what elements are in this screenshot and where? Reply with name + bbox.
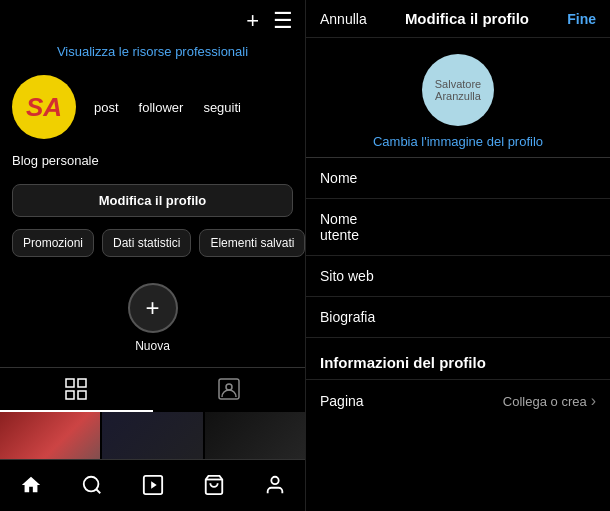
content-tabs — [0, 367, 305, 412]
svg-marker-9 — [151, 481, 157, 488]
promo-link[interactable]: Visualizza le risorse professionali — [0, 42, 305, 67]
post-label: post — [94, 100, 119, 115]
sitoweb-label: Sito web — [320, 268, 400, 284]
profile-avatar-large[interactable]: Salvatore Aranzulla — [422, 54, 494, 126]
nomeutente-label: Nome utente — [320, 211, 400, 243]
svg-rect-3 — [78, 391, 86, 399]
search-nav-icon[interactable] — [81, 474, 103, 502]
svg-rect-2 — [66, 391, 74, 399]
chevron-right-icon: › — [591, 392, 596, 410]
seguiti-label: seguiti — [203, 100, 241, 115]
new-post-area: + Nuova — [0, 263, 305, 363]
profile-form: Nome Nome utente Sito web Biografia — [306, 157, 610, 338]
done-button[interactable]: Fine — [567, 11, 596, 27]
edit-profile-button[interactable]: Modifica il profilo — [12, 184, 293, 217]
pagina-action-text: Collega o crea — [503, 394, 587, 409]
biografia-field-row: Biografia — [306, 297, 610, 338]
profile-section: SA post follower seguiti — [0, 67, 305, 147]
nome-label: Nome — [320, 170, 400, 186]
menu-button[interactable]: ☰ — [273, 8, 293, 34]
add-button[interactable]: + — [246, 8, 259, 34]
tagged-tab[interactable] — [153, 368, 306, 412]
action-buttons-row: Promozioni Dati statistici Elementi salv… — [0, 223, 305, 263]
svg-rect-1 — [78, 379, 86, 387]
post-stat: post — [94, 100, 119, 115]
promozioni-button[interactable]: Promozioni — [12, 229, 94, 257]
profile-bio: Blog personale — [0, 147, 305, 178]
dati-statistici-button[interactable]: Dati statistici — [102, 229, 191, 257]
shop-nav-icon[interactable] — [203, 474, 225, 502]
grid-icon — [65, 378, 87, 400]
grid-tab[interactable] — [0, 368, 153, 412]
pagina-row[interactable]: Pagina Collega o crea › — [306, 379, 610, 422]
new-post-label: Nuova — [135, 339, 170, 353]
elementi-salvati-button[interactable]: Elementi salvati — [199, 229, 305, 257]
right-panel: Annulla Modifica il profilo Fine Salvato… — [305, 0, 610, 511]
edit-profile-topbar: Annulla Modifica il profilo Fine — [306, 0, 610, 38]
svg-point-11 — [271, 476, 278, 483]
home-nav-icon[interactable] — [20, 474, 42, 502]
pagina-label: Pagina — [320, 393, 364, 409]
left-panel: + ☰ Visualizza le risorse professionali … — [0, 0, 305, 511]
person-tag-icon — [218, 378, 240, 400]
profile-nav-icon[interactable] — [264, 474, 286, 502]
svg-line-7 — [96, 489, 100, 493]
biografia-label: Biografia — [320, 309, 400, 325]
svg-point-5 — [226, 384, 232, 390]
new-post-button[interactable]: + — [128, 283, 178, 333]
follower-stat: follower — [139, 100, 184, 115]
avatar: SA — [12, 75, 76, 139]
profile-stats: post follower seguiti — [94, 100, 241, 115]
top-bar: + ☰ — [0, 0, 305, 42]
profile-image-area: Salvatore Aranzulla Cambia l'immagine de… — [306, 38, 610, 157]
nome-field-row: Nome — [306, 158, 610, 199]
change-photo-link[interactable]: Cambia l'immagine del profilo — [373, 134, 543, 149]
svg-point-6 — [83, 476, 98, 491]
follower-label: follower — [139, 100, 184, 115]
avatar-name-text: Salvatore Aranzulla — [422, 78, 494, 102]
cancel-button[interactable]: Annulla — [320, 11, 367, 27]
svg-rect-0 — [66, 379, 74, 387]
seguiti-stat: seguiti — [203, 100, 241, 115]
reels-nav-icon[interactable] — [142, 474, 164, 502]
info-section-header: Informazioni del profilo — [306, 338, 610, 379]
nomeutente-field-row: Nome utente — [306, 199, 610, 256]
sitoweb-field-row: Sito web — [306, 256, 610, 297]
bottom-nav — [0, 459, 305, 511]
pagina-action-area[interactable]: Collega o crea › — [503, 392, 596, 410]
edit-profile-title: Modifica il profilo — [405, 10, 529, 27]
